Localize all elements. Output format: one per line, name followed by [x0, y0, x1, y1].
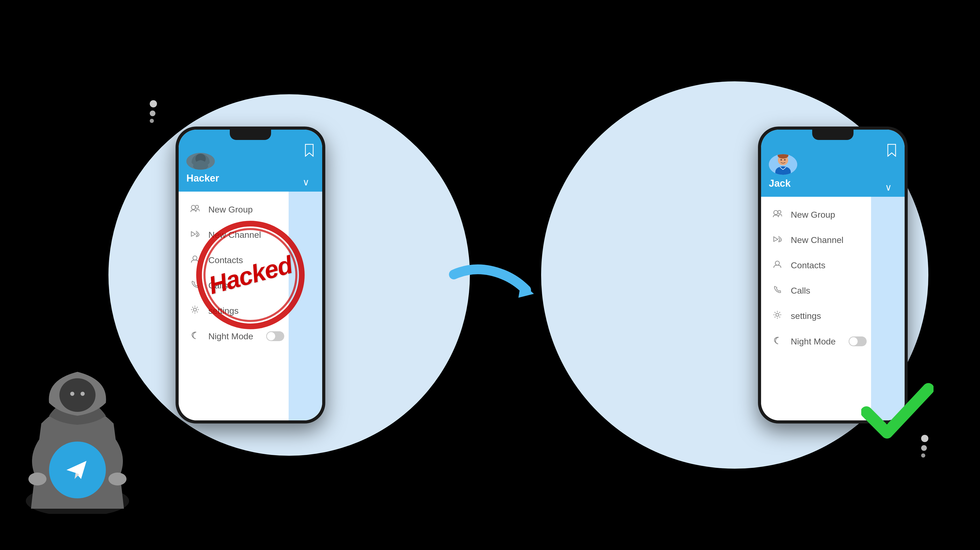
- right-new-group-label: New Group: [791, 210, 835, 220]
- svg-point-21: [778, 210, 781, 214]
- right-phone-screen: Jack ∨: [761, 130, 905, 420]
- right-contacts-label: Contacts: [791, 260, 826, 270]
- svg-point-9: [191, 205, 196, 209]
- svg-point-13: [193, 308, 196, 311]
- right-night-mode-icon: [772, 336, 783, 347]
- svg-point-18: [780, 159, 782, 161]
- decorative-dots-right: [921, 433, 928, 460]
- right-new-group-icon: [772, 209, 783, 220]
- svg-point-10: [196, 205, 199, 208]
- left-night-mode-icon: [189, 331, 200, 342]
- left-settings-icon: [189, 305, 200, 316]
- right-settings-label: settings: [791, 311, 821, 321]
- left-phone-notch: [230, 130, 271, 140]
- right-calls-label: Calls: [791, 285, 810, 296]
- right-phone-frame: Jack ∨: [758, 126, 908, 424]
- left-night-mode-toggle[interactable]: [266, 331, 284, 341]
- left-avatar: [186, 153, 215, 170]
- left-bookmark-icon: [304, 144, 315, 158]
- svg-point-19: [784, 159, 786, 161]
- svg-point-4: [29, 472, 46, 485]
- left-new-group-label: New Group: [208, 204, 253, 215]
- svg-point-5: [108, 472, 127, 485]
- svg-point-24: [776, 313, 779, 316]
- right-bookmark-icon: [886, 144, 897, 158]
- left-phone-wrapper: Hacker ∨: [175, 126, 325, 424]
- main-scene: Hacker ∨: [0, 0, 980, 550]
- right-new-channel-label: New Channel: [791, 235, 843, 245]
- right-new-channel-icon: [772, 234, 783, 245]
- svg-point-1: [59, 378, 95, 412]
- right-settings-icon: [772, 310, 783, 322]
- left-user-name: Hacker: [186, 173, 219, 184]
- svg-marker-22: [774, 237, 778, 241]
- left-new-group-icon: [189, 204, 200, 215]
- telegram-logo-hacker: [49, 442, 106, 498]
- left-phone-frame: Hacker ∨: [175, 126, 325, 424]
- right-user-name: Jack: [769, 178, 791, 189]
- right-phone-wrapper: Jack ∨: [758, 126, 908, 424]
- svg-point-20: [774, 210, 778, 215]
- svg-point-3: [81, 392, 85, 396]
- right-chevron-icon: ∨: [885, 182, 892, 193]
- right-avatar: [769, 154, 797, 175]
- right-phone-notch: [812, 130, 853, 140]
- svg-point-23: [775, 261, 780, 265]
- right-contacts-icon: [772, 260, 783, 271]
- right-calls-icon: [772, 285, 783, 296]
- arrow-container: [446, 249, 534, 301]
- left-phone-screen: Hacker ∨: [179, 130, 322, 420]
- right-night-mode-toggle[interactable]: [849, 336, 867, 346]
- decorative-dots-left: [150, 98, 157, 125]
- blue-arrow-svg: [446, 249, 534, 300]
- hacker-figure: [16, 333, 139, 514]
- svg-point-2: [70, 392, 74, 396]
- left-chevron-icon: ∨: [302, 177, 309, 188]
- right-app-ui: Jack ∨: [761, 130, 905, 420]
- right-night-mode-label: Night Mode: [791, 336, 836, 346]
